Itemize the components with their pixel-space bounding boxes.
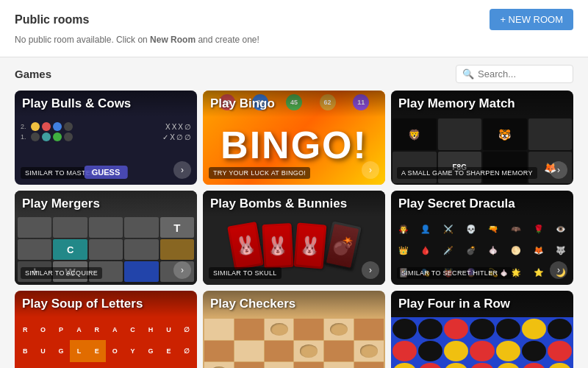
checkers-board <box>203 317 385 368</box>
games-grid: Play Bulls & Cows 2. X X X ∅ <box>15 91 573 368</box>
game-title-memory-match: Play Memory Match <box>391 91 573 117</box>
bull-icon-green <box>53 132 62 141</box>
game-badge-bingo: TRY YOUR LUCK AT BINGO! <box>209 167 310 179</box>
search-icon: 🔍 <box>462 68 474 79</box>
game-arrow-mergers[interactable]: › <box>173 261 191 279</box>
playing-card-1: 🐰 <box>227 222 264 270</box>
game-arrow-bulls-cows[interactable]: › <box>173 161 191 179</box>
game-card-checkers[interactable]: Play Checkers <box>203 291 385 368</box>
game-card-secret-dracula[interactable]: Play Secret Dracula 🧛 👤 ⚔️ 💀 🔫 🦇 🌹 👁️ 👑 … <box>391 191 573 285</box>
game-card-four-in-a-row[interactable]: Play Four in a Row <box>391 291 573 368</box>
playing-card-3: 🐰 <box>293 222 326 269</box>
playing-card-2: 🐰 <box>262 223 293 269</box>
four-in-row-grid <box>391 317 573 368</box>
search-input[interactable] <box>478 68 567 79</box>
soup-grid: R O P A R A C H U ∅ B U G L E O Y G E ∅ <box>15 317 197 368</box>
game-card-bingo[interactable]: BINGO! 29 31 45 62 11 Play Bingo TRY YOU… <box>203 91 385 185</box>
game-badge-memory: A SMALL GAME TO SHARPEN MEMORY <box>397 167 537 179</box>
game-card-bombs-bunnies[interactable]: Play Bombs & Bunnies 🐰 🐰 🐰 💣 SIMILAR TO … <box>203 191 385 285</box>
game-card-soup-of-letters[interactable]: Play Soup of Letters R O P A R A C H U ∅… <box>15 291 197 368</box>
memory-cell-2 <box>438 118 482 150</box>
game-title-mergers: Play Mergers <box>15 191 197 217</box>
bull-icon-dark <box>64 122 73 131</box>
game-arrow-bombs[interactable]: › <box>362 261 379 279</box>
memory-cell-1: 🦁 <box>392 118 437 150</box>
bulls-row-2: 2. X X X ∅ <box>21 122 191 131</box>
bull-icon-dark2 <box>31 132 40 141</box>
search-box[interactable]: 🔍 <box>456 65 573 83</box>
game-arrow-memory[interactable]: › <box>550 161 567 179</box>
bingo-large-text: BINGO! <box>220 123 368 167</box>
playing-card-4: 💣 <box>323 221 362 270</box>
game-card-memory-match[interactable]: Play Memory Match 🦁 🐯 F8G 🦊 A SMALL GAME… <box>391 91 573 185</box>
game-title-bombs-bunnies: Play Bombs & Bunnies <box>203 191 385 217</box>
bull-icon-red <box>42 122 51 131</box>
new-room-button[interactable]: + NEW ROOM <box>490 9 573 30</box>
game-title-bulls-cows: Play Bulls & Cows <box>15 91 197 117</box>
memory-cell-3: 🐯 <box>483 118 527 150</box>
game-title-secret-dracula: Play Secret Dracula <box>391 191 573 217</box>
game-title-bingo: Play Bingo <box>203 91 385 117</box>
memory-cell-4 <box>528 118 573 150</box>
bull-icon-teal <box>42 132 51 141</box>
checker-piece <box>265 319 294 340</box>
bulls-row-1: 1. ✓ X ∅ ∅ <box>21 132 191 141</box>
game-title-checkers: Play Checkers <box>203 291 385 317</box>
game-title-soup-of-letters: Play Soup of Letters <box>15 291 197 317</box>
no-room-message: No public room available. Click on New R… <box>15 35 573 45</box>
game-badge-dracula: SIMILAR TO SECRET HITLER 🧄 <box>397 267 512 279</box>
game-card-bulls-cows[interactable]: Play Bulls & Cows 2. X X X ∅ <box>15 91 197 185</box>
public-rooms-title: Public rooms <box>15 13 89 26</box>
game-badge-mergers: SIMILAR TO ACQUIRE <box>21 267 102 279</box>
game-badge-bombs: SIMILAR TO SKULL <box>209 267 282 279</box>
games-title: Games <box>15 68 51 80</box>
header: Public rooms + NEW ROOM No public room a… <box>0 0 588 57</box>
game-arrow-dracula[interactable]: › <box>550 261 567 279</box>
game-title-four-in-a-row: Play Four in a Row <box>391 291 573 317</box>
bull-icon-blue <box>53 122 62 131</box>
bull-icon-yellow <box>31 122 40 131</box>
game-card-mergers[interactable]: Play Mergers T C + W SIMILAR TO ACQUIRE … <box>15 191 197 285</box>
games-section: Games 🔍 Play Bulls & Cows 2. <box>0 57 588 368</box>
bull-icon-dark3 <box>64 132 73 141</box>
game-sublabel-bulls-cows: GUESS <box>85 166 128 179</box>
game-arrow-bingo[interactable]: › <box>362 161 379 179</box>
